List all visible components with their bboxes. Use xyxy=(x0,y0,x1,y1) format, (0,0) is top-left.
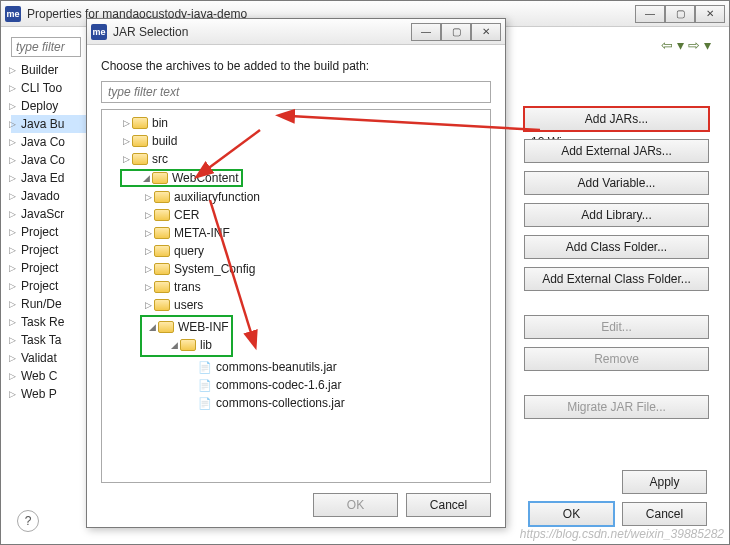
edit-button[interactable]: Edit... xyxy=(524,315,709,339)
sidebar-item[interactable]: Validat xyxy=(11,349,91,367)
tree-node-jar[interactable]: commons-collections.jar xyxy=(216,396,345,410)
dialog-titlebar[interactable]: me JAR Selection — ▢ ✕ xyxy=(87,19,505,45)
tree-node-build[interactable]: build xyxy=(152,134,177,148)
sidebar-item[interactable]: Web P xyxy=(11,385,91,403)
sidebar-item[interactable]: Task Ta xyxy=(11,331,91,349)
add-jars-button[interactable]: Add JARs... xyxy=(524,107,709,131)
expand-icon[interactable]: ▷ xyxy=(120,118,132,128)
dialog-prompt: Choose the archives to be added to the b… xyxy=(101,59,491,73)
add-variable-button[interactable]: Add Variable... xyxy=(524,171,709,195)
add-library-button[interactable]: Add Library... xyxy=(524,203,709,227)
tree-node[interactable]: auxiliaryfunction xyxy=(174,190,260,204)
tree-node[interactable]: CER xyxy=(174,208,199,222)
expand-icon[interactable]: ▷ xyxy=(142,282,154,292)
collapse-icon[interactable]: ◢ xyxy=(168,340,180,350)
dialog-cancel-button[interactable]: Cancel xyxy=(406,493,491,517)
ok-button[interactable]: OK xyxy=(529,502,614,526)
sidebar-item[interactable]: Web C xyxy=(11,367,91,385)
sidebar-item[interactable]: JavaScr xyxy=(11,205,91,223)
dialog-filter-input[interactable] xyxy=(101,81,491,103)
folder-icon xyxy=(132,135,148,147)
jar-icon xyxy=(198,378,212,392)
remove-button[interactable]: Remove xyxy=(524,347,709,371)
folder-icon xyxy=(180,339,196,351)
sidebar-item[interactable]: Project xyxy=(11,277,91,295)
tree-node-bin[interactable]: bin xyxy=(152,116,168,130)
dialog-ok-button[interactable]: OK xyxy=(313,493,398,517)
tree-node-webinf[interactable]: WEB-INF xyxy=(178,320,229,334)
expand-icon[interactable]: ▷ xyxy=(142,264,154,274)
folder-icon xyxy=(154,281,170,293)
folder-icon xyxy=(158,321,174,333)
dialog-maximize-button[interactable]: ▢ xyxy=(441,23,471,41)
sidebar-item[interactable]: CLI Too xyxy=(11,79,91,97)
sidebar-item[interactable]: Builder xyxy=(11,61,91,79)
expand-icon[interactable]: ▷ xyxy=(142,300,154,310)
expand-icon[interactable]: ▷ xyxy=(142,210,154,220)
watermark: https://blog.csdn.net/weixin_39885282 xyxy=(520,527,724,541)
tree-node[interactable]: users xyxy=(174,298,203,312)
sidebar-item[interactable]: Javado xyxy=(11,187,91,205)
expand-icon[interactable]: ▷ xyxy=(120,154,132,164)
tree-node[interactable]: META-INF xyxy=(174,226,230,240)
migrate-jar-button[interactable]: Migrate JAR File... xyxy=(524,395,709,419)
expand-icon[interactable]: ▷ xyxy=(142,246,154,256)
folder-icon xyxy=(154,209,170,221)
jar-selection-dialog: me JAR Selection — ▢ ✕ Choose the archiv… xyxy=(86,18,506,528)
folder-icon xyxy=(154,245,170,257)
tree-node[interactable]: trans xyxy=(174,280,201,294)
cancel-button[interactable]: Cancel xyxy=(622,502,707,526)
app-icon: me xyxy=(91,24,107,40)
sidebar-item[interactable]: Java Ed xyxy=(11,169,91,187)
expand-icon[interactable]: ▷ xyxy=(120,136,132,146)
sidebar-item[interactable]: Java Co xyxy=(11,133,91,151)
dialog-close-button[interactable]: ✕ xyxy=(471,23,501,41)
collapse-icon[interactable]: ◢ xyxy=(146,322,158,332)
tree-node-lib[interactable]: lib xyxy=(200,338,212,352)
sidebar-item-selected[interactable]: Java Bu xyxy=(11,115,91,133)
close-button[interactable]: ✕ xyxy=(695,5,725,23)
category-sidebar: Builder CLI Too Deploy Java Bu Java Co J… xyxy=(11,37,91,534)
sidebar-item[interactable]: Java Co xyxy=(11,151,91,169)
apply-button[interactable]: Apply xyxy=(622,470,707,494)
minimize-button[interactable]: — xyxy=(635,5,665,23)
add-external-class-folder-button[interactable]: Add External Class Folder... xyxy=(524,267,709,291)
tree-node-webcontent[interactable]: WebContent xyxy=(172,171,239,185)
add-class-folder-button[interactable]: Add Class Folder... xyxy=(524,235,709,259)
sidebar-item[interactable]: Project xyxy=(11,259,91,277)
sidebar-item[interactable]: Deploy xyxy=(11,97,91,115)
category-filter-input[interactable] xyxy=(11,37,81,57)
collapse-icon[interactable]: ◢ xyxy=(140,173,152,183)
tree-node-jar[interactable]: commons-beanutils.jar xyxy=(216,360,337,374)
folder-icon xyxy=(132,117,148,129)
folder-icon xyxy=(154,191,170,203)
jar-icon xyxy=(198,396,212,410)
sidebar-item[interactable]: Run/De xyxy=(11,295,91,313)
dialog-title: JAR Selection xyxy=(113,25,411,39)
sidebar-item[interactable]: Project xyxy=(11,223,91,241)
folder-icon xyxy=(132,153,148,165)
nav-arrows[interactable]: ⇦ ▾ ⇨ ▾ xyxy=(661,37,711,53)
maximize-button[interactable]: ▢ xyxy=(665,5,695,23)
help-icon[interactable]: ? xyxy=(17,510,39,532)
archive-tree[interactable]: ▷bin ▷build ▷src ◢WebContent ▷auxiliaryf… xyxy=(101,109,491,483)
tree-node[interactable]: query xyxy=(174,244,204,258)
tree-node-jar[interactable]: commons-codec-1.6.jar xyxy=(216,378,341,392)
tree-node-src[interactable]: src xyxy=(152,152,168,166)
dialog-minimize-button[interactable]: — xyxy=(411,23,441,41)
category-tree[interactable]: Builder CLI Too Deploy Java Bu Java Co J… xyxy=(11,61,91,403)
add-external-jars-button[interactable]: Add External JARs... xyxy=(524,139,709,163)
folder-icon xyxy=(154,263,170,275)
expand-icon[interactable]: ▷ xyxy=(142,192,154,202)
sidebar-item[interactable]: Task Re xyxy=(11,313,91,331)
jar-icon xyxy=(198,360,212,374)
tree-node[interactable]: System_Config xyxy=(174,262,255,276)
folder-icon xyxy=(154,299,170,311)
app-icon: me xyxy=(5,6,21,22)
folder-icon xyxy=(154,227,170,239)
sidebar-item[interactable]: Project xyxy=(11,241,91,259)
folder-icon xyxy=(152,172,168,184)
expand-icon[interactable]: ▷ xyxy=(142,228,154,238)
